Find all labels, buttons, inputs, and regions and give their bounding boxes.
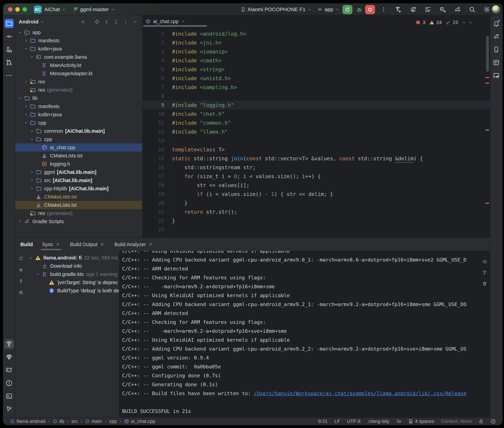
tree-item-cpp[interactable]: cpp xyxy=(15,135,142,143)
breadcrumb-item-src[interactable]: src xyxy=(71,419,78,424)
chevron-right-icon[interactable] xyxy=(18,219,22,224)
chevron-right-icon[interactable] xyxy=(24,104,28,109)
locate-file-button[interactable] xyxy=(94,18,100,25)
tree-item-mainactivity-kt[interactable]: MainActivity.kt xyxy=(15,61,142,69)
minimize-window-button[interactable] xyxy=(15,7,20,12)
tree-item-kotlin-java[interactable]: kotlin+java xyxy=(15,110,142,119)
tool-stripe-button-build-hammer[interactable] xyxy=(4,339,14,349)
tree-item-llama-android-fi[interactable]: llama.android: fi22 sec, 583 ms xyxy=(26,254,119,262)
device-selector[interactable]: Xiaomi POCOPHONE F1 xyxy=(241,4,312,15)
chevron-right-icon[interactable] xyxy=(24,38,28,43)
code-line-11[interactable]: 11#include "common.h" xyxy=(143,118,490,127)
expand-all-button[interactable] xyxy=(103,18,110,25)
tree-item-src[interactable]: src[AiChat.lib.main] xyxy=(15,176,142,184)
tool-stripe-button-layout-inspector[interactable] xyxy=(492,58,501,67)
run-config-selector[interactable]: app xyxy=(317,4,339,15)
code-line-23[interactable]: 23 xyxy=(143,225,490,234)
pin-button[interactable] xyxy=(17,278,25,285)
tree-item-ai-chat-cpp[interactable]: ai_chat.cpp xyxy=(15,143,142,152)
code-style-icon[interactable] xyxy=(396,419,401,424)
chevron-down-icon[interactable] xyxy=(24,121,28,125)
tool-stripe-button-more-tool-windows[interactable] xyxy=(4,71,14,80)
breadcrumb-item-cpp[interactable]: cpp xyxy=(109,419,117,424)
tree-item-kotlin-java[interactable]: kotlin+java xyxy=(15,45,142,53)
breadcrumb-item-lib[interactable]: lib xyxy=(52,419,64,424)
tree-item-cmakelists-txt[interactable]: CMakeLists.txt xyxy=(15,193,142,201)
chevron-right-icon[interactable] xyxy=(24,112,28,117)
chevron-down-icon[interactable] xyxy=(30,55,34,59)
tool-stripe-button-terminal[interactable] xyxy=(4,392,14,401)
project-view-selector[interactable]: Android xyxy=(19,19,44,25)
code-editor[interactable]: 1#include <android/log.h>2#include <jni.… xyxy=(143,28,490,238)
code-line-9[interactable]: 9#include "logging.h" xyxy=(143,100,490,109)
code-line-6[interactable]: 6#include <unistd.h> xyxy=(143,74,490,83)
attach-debugger-button[interactable] xyxy=(439,6,446,13)
code-line-12[interactable]: 12#include "llama.h" xyxy=(143,127,490,136)
tree-item-res[interactable]: res(generated) xyxy=(15,86,142,94)
code-line-13[interactable]: 13 xyxy=(143,136,490,145)
inspections-widget[interactable]: 3 24 15 xyxy=(416,20,473,25)
code-line-1[interactable]: 1#include <android/log.h> xyxy=(143,29,490,38)
tree-item-res[interactable]: res xyxy=(15,78,142,86)
error-stripe-mark[interactable] xyxy=(486,77,489,78)
code-line-18[interactable]: 18 str << values[i]; xyxy=(143,181,490,189)
more-vertical-button[interactable] xyxy=(122,18,129,25)
line-separator[interactable]: LF xyxy=(334,419,340,424)
code-line-22[interactable]: 22} xyxy=(143,216,490,225)
editor-scrollbar-thumb[interactable] xyxy=(486,36,489,72)
chevron-right-icon[interactable] xyxy=(30,129,34,133)
breadcrumb-item-llama-android[interactable]: llama.android xyxy=(10,419,45,424)
tree-item--jvmtarget-string-is-deprec[interactable]: 'jvmTarget: String' is deprec xyxy=(26,278,119,287)
code-line-20[interactable]: 20 } xyxy=(143,198,490,207)
code-line-16[interactable]: 16 std::ostringstream str; xyxy=(143,163,490,172)
tree-item-app[interactable]: app xyxy=(15,28,142,36)
next-problem-icon[interactable] xyxy=(468,20,473,25)
chevron-down-icon[interactable] xyxy=(18,30,22,35)
code-line-5[interactable]: 5#include <string> xyxy=(143,65,490,74)
more-run-actions-button[interactable] xyxy=(380,5,387,14)
tree-item-manifests[interactable]: manifests xyxy=(15,36,142,45)
code-line-15[interactable]: 15static std::string join(const std::vec… xyxy=(143,154,490,163)
tool-stripe-button-running-devices[interactable] xyxy=(492,45,501,54)
chevron-down-icon[interactable] xyxy=(24,47,28,51)
profiler-lines-button[interactable] xyxy=(424,6,432,13)
chevron-down-icon[interactable] xyxy=(29,255,34,260)
code-line-8[interactable]: 8 xyxy=(143,92,490,100)
editor-scroll-stripe[interactable] xyxy=(485,28,490,238)
tree-item-common[interactable]: common[AiChat.lib.main] xyxy=(15,127,142,135)
error-stripe-mark[interactable] xyxy=(486,203,489,204)
build-tab-build-output[interactable]: Build Output✕ xyxy=(66,238,108,251)
error-stripe-mark[interactable] xyxy=(486,82,489,84)
code-line-21[interactable]: 21 return str.str(); xyxy=(143,207,490,216)
build-output-link[interactable]: /Users/hanyin/Workspace/ai-chat/examples… xyxy=(254,390,466,396)
tool-stripe-button-gemini[interactable] xyxy=(4,365,14,375)
close-tab-icon[interactable]: ✕ xyxy=(56,242,60,247)
chevron-right-icon[interactable] xyxy=(30,170,34,174)
tree-item-buildtype-debug-is-both-de[interactable]: BuildType 'debug' is both de xyxy=(26,287,119,295)
tree-item-cmakelists-txt[interactable]: CMakeLists.txt xyxy=(15,201,142,209)
branch-selector[interactable]: ggml-master xyxy=(73,4,115,15)
code-line-2[interactable]: 2#include <jni.h> xyxy=(143,38,490,47)
stop-square-button[interactable] xyxy=(17,266,25,273)
tool-stripe-button-structure[interactable] xyxy=(4,45,14,54)
indent-setting[interactable]: 4 spaces xyxy=(408,419,434,424)
rerun-button[interactable] xyxy=(342,5,352,14)
tree-item-gradle-scripts[interactable]: Gradle Scripts xyxy=(15,217,142,226)
scroll-to-end-button[interactable] xyxy=(481,269,488,276)
settings-button[interactable] xyxy=(483,6,491,13)
tree-item-com-example-llama[interactable]: com.example.llama xyxy=(15,53,142,61)
unlock-icon[interactable] xyxy=(479,419,484,424)
chevron-right-icon[interactable] xyxy=(30,178,34,182)
hide-panel-button[interactable] xyxy=(132,18,139,25)
stop-button[interactable] xyxy=(365,5,375,14)
chevron-right-icon[interactable] xyxy=(24,80,28,84)
tree-item-build-gradle-kts[interactable]: build.gradle.ktsapp 1 warning xyxy=(26,270,119,278)
code-line-3[interactable]: 3#include <iomanip> xyxy=(143,47,490,56)
add-button[interactable] xyxy=(79,18,86,25)
problems-circle-icon[interactable] xyxy=(491,419,496,424)
chevron-down-icon[interactable] xyxy=(36,272,40,276)
tree-item-messageadapter-kt[interactable]: MessageAdapter.kt xyxy=(15,69,142,78)
close-tab-icon[interactable]: ✕ xyxy=(149,242,153,247)
collapse-all-button[interactable] xyxy=(113,18,120,25)
code-line-7[interactable]: 7#include <sampling.h> xyxy=(143,83,490,92)
